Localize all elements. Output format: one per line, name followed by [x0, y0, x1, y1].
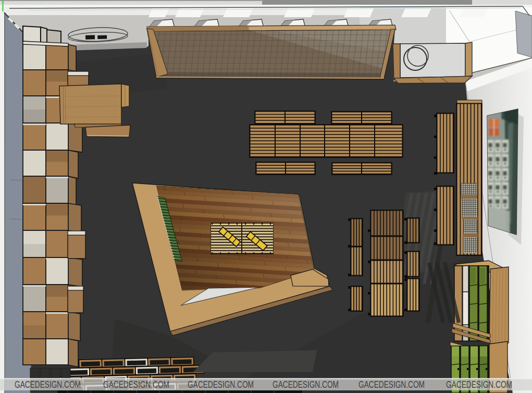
svg-text:GACEDESIGN.COM: GACEDESIGN.COM	[358, 379, 425, 390]
svg-text:GACEDESIGN.COM: GACEDESIGN.COM	[446, 379, 512, 390]
svg-text:GACEDESIGN.COM: GACEDESIGN.COM	[103, 379, 169, 390]
svg-text:GACEDESIGN.COM: GACEDESIGN.COM	[273, 379, 339, 390]
svg-text:GACEDESIGN.COM: GACEDESIGN.COM	[188, 379, 254, 390]
svg-text:GACEDESIGN.COM: GACEDESIGN.COM	[15, 379, 81, 390]
